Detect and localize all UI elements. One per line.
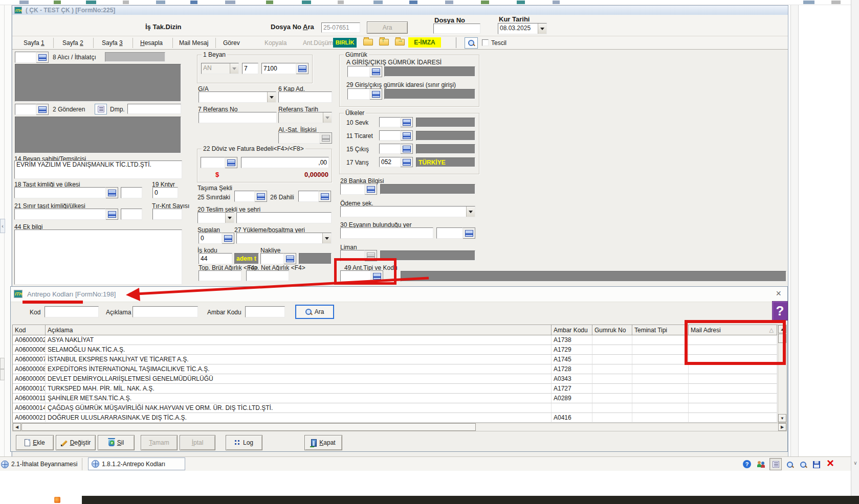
tab-sayfa1[interactable]: Sayfa 1 [24,39,45,47]
doviz-code-input[interactable] [201,157,225,168]
cell-aciklama[interactable]: SELAMOĞLU NAK.TİC.A.Ş. [46,345,552,355]
lookup-button[interactable] [365,184,377,195]
table-row[interactable]: A06000009DEVLET DEMİRYOLLARIİŞLETMESİ GE… [13,374,778,384]
dosya-no-ara-input[interactable] [321,22,360,33]
tir-knt-input[interactable] [152,209,182,220]
lookup-button[interactable] [320,132,332,144]
odeme-combo[interactable] [340,206,475,217]
chevron-down-icon[interactable] [538,24,546,34]
varis-input[interactable] [379,157,401,167]
table-row[interactable]: A06000011ŞAHİNLER MET.SAN.TİC.A.Ş.A0289 [13,394,778,403]
cell-teminat[interactable] [632,374,689,384]
cell-aciklama[interactable]: ASYA NAKLİYAT [46,335,552,345]
status-close-button[interactable]: × [824,456,837,470]
tab-sayfa3[interactable]: Sayfa 3 [102,39,123,47]
lookup-button[interactable] [106,209,118,220]
search-aciklama-input[interactable] [133,306,198,317]
cell-kod[interactable]: A06000007 [13,355,46,364]
chevron-down-icon[interactable] [225,213,234,223]
lookup-button[interactable] [401,144,413,154]
cikis-input[interactable] [379,144,401,154]
column-header-ambar[interactable]: Ambar Kodu [552,325,592,335]
tab-hesapla[interactable]: Hesapla [140,39,163,47]
cell-gumruk[interactable] [592,384,632,394]
lookup-button[interactable] [370,88,382,100]
status-list-button[interactable] [769,458,782,470]
scroll-down-icon[interactable]: ∨ [852,460,858,467]
chevron-down-icon[interactable] [322,233,331,243]
status-zoom-in-button[interactable] [784,459,796,470]
sinir-country-input[interactable] [121,209,142,220]
cell-teminat[interactable] [632,335,689,345]
cell-aciklama[interactable]: TURKSPED MAH. PİR. MİL. NAK. A.Ş. [46,384,552,394]
folder-import-button[interactable]: ↑ [379,39,389,47]
search-ambar-input[interactable] [245,306,285,317]
log-button[interactable]: Log [226,435,262,450]
grid-hscrollbar[interactable]: ◀ ▶ [12,423,787,431]
cell-aciklama[interactable]: DEVLET DEMİRYOLLARIİŞLETMESİ GENELMÜDÜRL… [46,374,552,384]
cell-mail[interactable] [689,413,777,423]
cell-ambar[interactable]: A0343 [552,374,592,384]
tamam-button[interactable]: Tamam [141,435,178,450]
tasit-country-input[interactable] [121,187,142,198]
teslim-combo[interactable] [197,212,234,223]
tescil-checkbox[interactable] [482,39,489,46]
lookup-button[interactable] [106,187,118,198]
cell-aciklama[interactable]: İSTANBUL EKSPRES NAKLİYAT VE TİCARET A.Ş… [46,355,552,364]
beyan-type-combo[interactable]: AN [201,63,239,74]
close-icon[interactable]: × [776,288,781,299]
cell-teminat[interactable] [632,345,689,355]
status-users-button[interactable] [755,459,767,470]
ref-tarih-combo[interactable] [278,112,332,123]
cell-teminat[interactable] [632,364,689,374]
cell-kod[interactable]: A06000010 [13,384,46,394]
kap-input[interactable] [278,91,332,103]
cell-mail[interactable] [689,364,777,374]
cell-kod[interactable]: A06000011 [13,394,46,403]
table-row[interactable]: A06000008EXPEDİTORS İNTERNATIONAL TAŞIMA… [13,364,778,374]
cell-aciklama[interactable]: ŞAHİNLER MET.SAN.TİC.A.Ş. [46,394,552,403]
cell-kod[interactable]: A06000006 [13,345,46,355]
cell-teminat[interactable] [632,384,689,394]
table-row[interactable]: A06000006SELAMOĞLU NAK.TİC.A.Ş.A1729 [13,345,778,355]
cell-mail[interactable] [689,403,777,413]
folder-open-button[interactable] [363,39,373,47]
lookup-button[interactable] [370,66,382,77]
ticaret-input[interactable] [379,130,401,141]
chevron-down-icon[interactable] [466,207,475,217]
dosya-no-input[interactable] [433,24,480,34]
cell-gumruk[interactable] [592,355,632,364]
dmp-input[interactable] [127,104,181,114]
cell-teminat[interactable] [632,394,689,403]
panel-collapse-arrow[interactable]: ‹ [0,219,5,233]
cell-aciklama[interactable]: DOĞRUER ULUSLARARASINAK.VE DIŞ TİC.A.Ş. [46,413,552,423]
eimza-button[interactable]: E-İMZA [408,37,441,48]
scroll-left-icon[interactable]: ◀ [13,423,21,431]
ref-no-input[interactable] [199,112,277,123]
degistir-button[interactable]: Değiştir [56,435,96,450]
cell-ambar[interactable] [552,403,592,413]
cell-kod[interactable]: A06000008 [13,364,46,374]
search-kod-input[interactable] [45,306,99,317]
cell-kod[interactable]: A06000021 [13,413,46,423]
column-header-gumruk[interactable]: Gumruk No [592,325,632,335]
status-tab-antrepo[interactable]: 1.8.1.2-Antrepo Kodları [88,457,185,470]
rail-cell[interactable] [0,369,5,380]
lookup-button[interactable] [401,130,413,141]
cell-gumruk[interactable] [592,413,632,423]
ant-dusum-button[interactable]: Ant.Düşüm [303,39,333,47]
cell-ambar[interactable]: A1728 [552,364,592,374]
cell-teminat[interactable] [632,355,689,364]
kopyala-button[interactable]: Kopyala [265,39,287,47]
cell-mail[interactable] [689,384,777,394]
teslim-sehir-input[interactable] [236,212,332,223]
cell-ambar[interactable]: A1745 [552,355,592,364]
lookup-button[interactable] [319,191,331,202]
chevron-down-icon[interactable] [323,112,332,123]
cell-ambar[interactable]: A1729 [552,345,592,355]
cell-gumruk[interactable] [592,403,632,413]
column-header-kod[interactable]: Kod [13,325,46,335]
inner-scrollbar-track[interactable] [790,5,799,456]
chevron-down-icon[interactable] [230,63,238,74]
fatura-bedeli-input[interactable] [241,157,329,168]
